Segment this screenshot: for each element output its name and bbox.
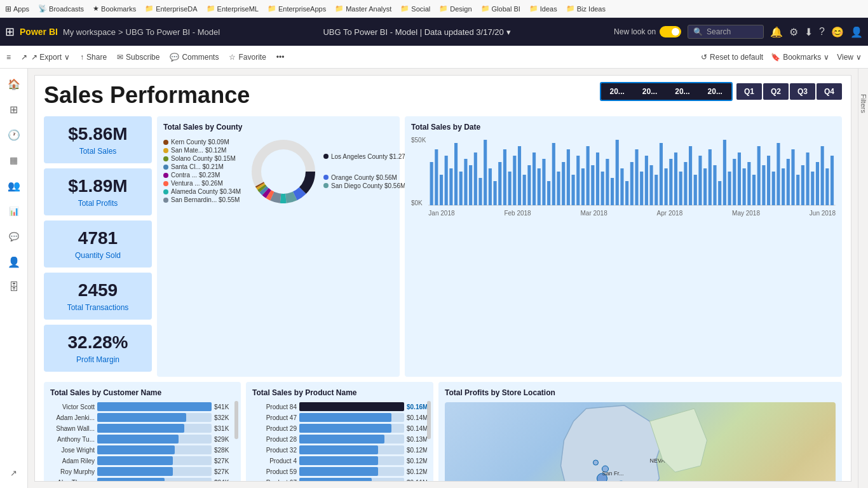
bm-enterpriseml[interactable]: 📁EnterpriseML <box>207 4 259 13</box>
customer-scrollbar[interactable] <box>234 401 238 439</box>
svg-rect-21 <box>465 159 468 205</box>
year-btn-2[interactable]: 20... <box>634 83 666 100</box>
bm-broadcasts[interactable]: 📡Broadcasts <box>38 4 84 13</box>
reset-icon: ↺ <box>701 53 707 62</box>
svg-rect-17 <box>445 156 448 205</box>
kpi-quantity-label: Quantity Sold <box>50 251 146 260</box>
product-bar-value: $0.14M <box>407 414 427 421</box>
powerbi-logo: Power BI <box>20 27 58 37</box>
share-button[interactable]: ↑ Share <box>80 53 107 62</box>
svg-rect-55 <box>630 162 634 205</box>
report-name-link[interactable]: UBG To Power BI - Model <box>126 27 220 37</box>
quarter-q3[interactable]: Q3 <box>790 83 815 100</box>
view-button[interactable]: View ∨ <box>837 53 862 62</box>
folder-icon-4: 📁 <box>335 4 344 13</box>
sidebar-home[interactable]: 🏠 <box>4 74 24 94</box>
kpi-margin-value: 32.28% <box>50 332 146 353</box>
year-btn-1[interactable]: 20... <box>601 83 634 100</box>
filters-label[interactable]: Filters <box>860 94 867 113</box>
map-background: NEVADA San Fr... CALIFORNIA Las Vegas Lo… <box>445 402 836 482</box>
legend-item-4: Contra ... $0.23M <box>163 172 246 179</box>
sidebar-person[interactable]: 👤 <box>4 252 24 272</box>
customer-bar-track <box>97 445 212 454</box>
year-btn-4[interactable]: 20... <box>699 83 731 100</box>
svg-rect-80 <box>752 175 756 205</box>
svg-rect-50 <box>606 159 609 205</box>
svg-rect-49 <box>601 172 604 205</box>
bm-apps[interactable]: ⊞Apps <box>5 4 29 13</box>
settings-icon[interactable]: ⚙ <box>789 26 798 38</box>
product-bar-fill <box>299 467 378 476</box>
customer-bar-value: $27K <box>214 468 234 475</box>
customer-bar-fill <box>97 424 184 433</box>
bm-bookmarks[interactable]: ★Bookmarks <box>93 4 136 13</box>
kpi-transactions-value: 2459 <box>50 280 146 301</box>
customer-label: Adam Jenki... <box>50 414 95 421</box>
bm-enterprisedna[interactable]: 📁EnterpriseDA <box>145 4 197 13</box>
folder-icon-2: 📁 <box>207 4 215 13</box>
waffle-menu-icon[interactable]: ⊞ <box>5 25 15 39</box>
bm-bizideas[interactable]: 📁Biz Ideas <box>566 4 606 13</box>
help-icon[interactable]: ? <box>819 26 825 37</box>
product-bar-track <box>299 424 404 433</box>
sidebar-apps[interactable]: ▦ <box>4 150 24 170</box>
sidebar-shared[interactable]: 👥 <box>4 175 24 196</box>
bm-ideas[interactable]: 📁Ideas <box>529 4 557 13</box>
time-x-axis: Jan 2018 Feb 2018 Mar 2018 Apr 2018 May … <box>428 210 836 217</box>
new-look-toggle-pill[interactable] <box>660 26 681 37</box>
kpi-profit-margin: 32.28% Profit Margin <box>44 325 152 372</box>
quarter-q1[interactable]: Q1 <box>736 83 762 100</box>
sidebar-learn[interactable]: 📊 <box>4 201 24 221</box>
sidebar-qa[interactable]: 💬 <box>4 226 24 247</box>
map-chart-panel: Total Profits by Store Location <box>438 382 842 482</box>
sidebar-expand[interactable]: ↗ <box>4 463 24 483</box>
subscribe-button[interactable]: ✉ Subscribe <box>117 53 159 62</box>
product-scrollbar[interactable] <box>427 401 431 439</box>
customer-bar-fill <box>97 467 173 476</box>
kpi-total-sales-value: $5.86M <box>50 124 146 144</box>
chevron-down-icon[interactable]: ▾ <box>506 27 511 37</box>
kpi-transactions-label: Total Transactions <box>50 303 146 312</box>
customer-bar-value: $29K <box>214 436 234 443</box>
emoji-icon[interactable]: 😊 <box>831 26 844 38</box>
favorite-button[interactable]: ☆ Favorite <box>229 53 266 62</box>
bookmarks-button[interactable]: 🔖 Bookmarks ∨ <box>771 53 829 62</box>
reset-button[interactable]: ↺ Reset to default <box>701 53 763 62</box>
year-btn-3[interactable]: 20... <box>666 83 698 100</box>
svg-rect-48 <box>596 152 599 205</box>
sidebar-dataset[interactable]: 🗄 <box>4 277 24 297</box>
export-button[interactable]: ↗↗ Export∨ <box>21 53 70 62</box>
more-button[interactable]: ••• <box>276 53 285 62</box>
bm-enterpriseapps[interactable]: 📁EnterpriseApps <box>268 4 326 13</box>
bm-masteranalyst[interactable]: 📁Master Analyst <box>335 4 391 13</box>
product-label: Product 84 <box>252 403 297 410</box>
bm-design[interactable]: 📁Design <box>439 4 471 13</box>
time-series-svg <box>428 137 836 207</box>
right-filters-panel: Filters <box>858 69 868 488</box>
svg-rect-56 <box>635 149 639 205</box>
search-box[interactable]: 🔍 Search <box>688 25 764 39</box>
hamburger-button[interactable]: ≡ <box>6 53 11 62</box>
product-bar-track <box>299 435 404 444</box>
quarter-q4[interactable]: Q4 <box>817 83 842 100</box>
product-bar-track <box>299 478 404 482</box>
quarter-q2[interactable]: Q2 <box>763 83 789 100</box>
customer-bar-value: $31K <box>214 425 234 432</box>
customer-label: Alan Thomas <box>50 479 95 482</box>
sidebar-recent[interactable]: 🕐 <box>4 125 24 145</box>
sidebar-grid[interactable]: ⊞ <box>4 99 24 119</box>
product-bar-fill <box>299 424 391 433</box>
download-icon[interactable]: ⬇ <box>804 26 813 38</box>
comments-button[interactable]: 💬 Comments <box>170 53 219 62</box>
legend-item-9: Orange County $0.56M <box>323 174 393 181</box>
kpi-margin-label: Profit Margin <box>50 355 146 364</box>
notifications-icon[interactable]: 🔔 <box>770 26 783 38</box>
avatar-icon[interactable]: 👤 <box>850 26 863 38</box>
workspace-link[interactable]: My workspace <box>63 27 116 37</box>
bm-globalbi[interactable]: 📁Global BI <box>481 4 520 13</box>
svg-rect-37 <box>543 159 546 205</box>
donut-legend-left: Kern County $0.09M San Mate... $0.12M So… <box>163 139 246 205</box>
bm-social[interactable]: 📁Social <box>400 4 430 13</box>
donut-svg <box>248 137 318 207</box>
customer-bar-track <box>97 402 212 411</box>
